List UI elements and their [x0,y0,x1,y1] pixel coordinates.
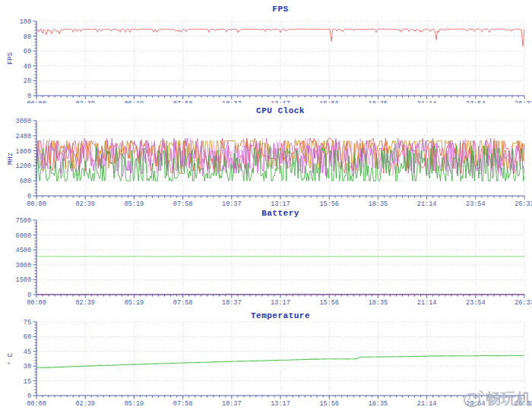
x-tick-labels: 00:0002:3905:1907:5810:3713:1715:5618:35… [27,200,532,206]
svg-text:0: 0 [27,93,31,100]
axes [33,21,525,99]
temperature-plot-area: 0153045607500:0002:3905:1907:5810:3713:1… [0,310,532,413]
monitoring-charts-page: FPS FPS 02040608010000:0002:3905:1907:58… [0,0,532,413]
svg-text:21:14: 21:14 [417,299,437,307]
svg-text:10:37: 10:37 [222,200,242,206]
svg-text:13:17: 13:17 [271,200,290,206]
fps-chart: FPS FPS 02040608010000:0002:3905:1907:58… [0,0,532,103]
svg-text:600: 600 [20,178,31,185]
svg-text:18:35: 18:35 [369,200,388,206]
svg-text:18:35: 18:35 [369,400,388,408]
svg-text:15:56: 15:56 [319,200,339,206]
watermark-text: 畅玩机 [486,389,531,409]
svg-text:02:39: 02:39 [75,299,95,307]
y-tick-labels: 015003000450060007500 [16,217,31,299]
svg-text:3000: 3000 [16,262,31,270]
svg-text:0: 0 [27,393,31,400]
svg-text:26:33: 26:33 [515,200,532,206]
svg-text:23:54: 23:54 [466,299,486,307]
cpu-clock-plot-area: 0600120018002400300000:0002:3905:1907:58… [0,103,532,206]
svg-text:05:19: 05:19 [125,299,144,307]
svg-text:20: 20 [24,77,31,85]
svg-text:23:54: 23:54 [466,200,486,206]
svg-text:10:37: 10:37 [222,400,242,408]
svg-text:2400: 2400 [16,133,31,140]
svg-text:07:58: 07:58 [173,299,193,307]
grid-lines [36,322,524,396]
svg-text:10:37: 10:37 [222,299,242,307]
svg-text:60: 60 [24,333,31,341]
smiley-face-icon [462,387,485,410]
svg-text:1800: 1800 [16,148,31,156]
svg-text:15:56: 15:56 [319,299,339,307]
x-tick-labels: 00:0002:3905:1907:5810:3713:1715:5618:35… [27,400,532,408]
svg-text:05:19: 05:19 [125,400,144,408]
svg-text:4500: 4500 [16,247,31,254]
svg-text:15:56: 15:56 [319,400,339,408]
svg-text:13:17: 13:17 [271,299,290,307]
svg-text:00:00: 00:00 [27,200,46,206]
svg-text:26:33: 26:33 [515,299,532,307]
svg-text:15: 15 [24,378,31,386]
svg-text:7500: 7500 [16,217,31,225]
svg-text:0: 0 [27,292,31,299]
svg-text:40: 40 [24,63,31,71]
x-tick-labels: 00:0002:3905:1907:5810:3713:1715:5618:35… [27,299,532,307]
svg-text:100: 100 [20,18,31,26]
battery-chart: Battery 01500300045006000750000:0002:390… [0,206,532,310]
svg-text:60: 60 [24,48,31,55]
svg-text:3000: 3000 [16,118,31,125]
svg-text:80: 80 [24,33,31,41]
svg-text:6000: 6000 [16,232,31,240]
y-tick-labels: 020406080100 [20,18,31,100]
svg-text:30: 30 [24,363,31,370]
svg-text:07:58: 07:58 [173,200,193,206]
svg-text:13:17: 13:17 [271,400,290,408]
y-tick-labels: 06001200180024003000 [16,118,31,200]
grid-lines [36,220,524,295]
fps-plot-area: 02040608010000:0002:3905:1907:5810:3713:… [0,0,532,103]
svg-text:02:39: 02:39 [75,400,95,408]
svg-text:00:00: 00:00 [27,400,46,408]
watermark: 畅玩机 [462,387,531,410]
svg-text:21:14: 21:14 [417,400,437,408]
axes [33,220,525,298]
svg-text:18:35: 18:35 [369,299,388,307]
svg-text:00:00: 00:00 [27,299,46,307]
y-tick-labels: 01530456075 [24,319,31,400]
svg-text:45: 45 [24,348,31,356]
cpu-clock-chart: CPU Clock MHz 0600120018002400300000:000… [0,103,532,206]
battery-plot-area: 01500300045006000750000:0002:3905:1907:5… [0,206,532,310]
temperature-chart: Temperature ° C 0153045607500:0002:3905:… [0,310,532,413]
svg-text:0: 0 [27,193,31,200]
svg-text:75: 75 [24,319,31,326]
svg-text:02:39: 02:39 [75,200,95,206]
svg-text:1200: 1200 [16,162,31,170]
svg-text:21:14: 21:14 [417,200,437,206]
svg-text:07:58: 07:58 [173,400,193,408]
svg-text:05:19: 05:19 [125,200,144,206]
svg-text:1500: 1500 [16,276,31,284]
